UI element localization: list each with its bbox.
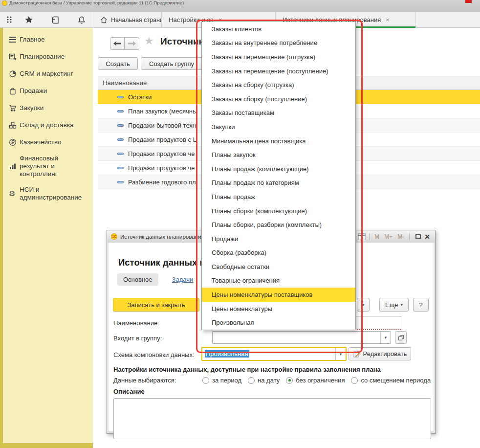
chevron-down-icon[interactable]: ▾ (335, 348, 346, 360)
app-logo-1c-icon (2, 0, 7, 6)
dropdown-item[interactable]: Продажи (202, 232, 355, 246)
history-icon[interactable] (49, 14, 62, 26)
save-and-close-button[interactable]: Записать и закрыть (113, 298, 199, 312)
item-dash-icon (117, 167, 124, 169)
dropdown-item[interactable]: Заказы на внутреннее потребление (202, 36, 355, 50)
dropdown-item[interactable]: Свободные остатки (202, 260, 355, 274)
chevron-down-icon[interactable]: ▾ (380, 332, 391, 343)
separator (409, 233, 410, 240)
separator (369, 233, 370, 240)
sidebar-item-zakupki[interactable]: Закупки (3, 99, 93, 116)
notifications-bell-icon[interactable] (75, 14, 88, 26)
dropdown-item[interactable]: Произвольная (202, 315, 355, 330)
create-group-button[interactable]: Создать группу (141, 57, 202, 70)
radio-za-period[interactable]: за период (202, 377, 241, 384)
dropdown-item[interactable]: Товарные ограничения (202, 274, 355, 288)
item-dash-icon (117, 124, 124, 127)
radio-circle (202, 377, 209, 384)
sidebar-item-label: Планирование (20, 53, 65, 61)
sidebar-item-nsi-administrirovanie[interactable]: ⚙ НСИ и администрирование (3, 182, 93, 205)
window-title: Демонстрационная база / Управление торго… (9, 0, 184, 6)
dropdown-item[interactable]: Минимальная цена поставщика (202, 134, 355, 148)
data-selection-radios: Данные выбираются: за период на дату без… (113, 377, 437, 384)
history-nav (110, 37, 139, 50)
sidebar-item-label: НСИ и администрирование (20, 186, 89, 202)
radio-bez-ogranicheniya[interactable]: без ограничения (286, 377, 345, 384)
dropdown-item[interactable]: Заказы на перемещение (отгрузка) (202, 50, 355, 64)
gear-icon: ⚙ (9, 190, 20, 198)
window-titlebar: Демонстрационная база / Управление торго… (0, 0, 480, 12)
tab-close-icon[interactable]: × (386, 16, 390, 23)
calendar-31-icon[interactable]: 31 (358, 233, 366, 241)
sidebar-item-glavnoe[interactable]: Главное (3, 31, 93, 48)
sidebar-item-finrezultat-kontrolling[interactable]: Финансовый результат и контроллинг (3, 151, 93, 182)
shopping-cart-icon (9, 104, 20, 112)
dropdown-item[interactable]: Заказы на сборку (поступление) (202, 92, 355, 106)
item-dash-icon (117, 96, 124, 98)
dropdown-item[interactable]: Заказы на сборку (отгрузка) (202, 78, 355, 92)
dropdown-item[interactable]: Планы продаж (202, 190, 355, 204)
menu-icon (9, 36, 20, 43)
sidebar-item-label: Продажи (20, 87, 47, 95)
dropdown-item-highlighted[interactable]: Цены номенклатуры поставщиков (202, 288, 355, 302)
planning-icon (9, 53, 20, 61)
calc-memory-plus-button[interactable]: M+ (384, 233, 393, 240)
sidebar-item-planirovanie[interactable]: Планирование (3, 48, 93, 65)
nav-tasks-link[interactable]: Задачи (172, 276, 194, 283)
hidden-dropdown-button[interactable]: ▾ (357, 298, 370, 312)
radio-circle-checked (286, 377, 293, 384)
sidebar-item-label: Склад и доставка (20, 121, 74, 129)
magic-wand-edit-icon (353, 350, 361, 358)
name-label: Наименование: (113, 319, 159, 327)
forward-button[interactable] (125, 37, 139, 50)
dropdown-item[interactable]: Планы продаж по категориям (202, 176, 355, 190)
calc-memory-button[interactable]: M (374, 233, 379, 240)
dropdown-item[interactable]: Сборка (разборка) (202, 246, 355, 260)
description-textarea[interactable] (113, 398, 431, 439)
dropdown-item[interactable]: Заказы поставщикам (202, 106, 355, 120)
tab-label: Начальная страница (111, 17, 161, 23)
window-close-button[interactable] (465, 0, 472, 3)
sections-sidebar: Главное Планирование CRM и маркетинг Про… (3, 28, 93, 443)
dropdown-item[interactable]: Планы сборки, разборки (комплекты) (202, 218, 355, 232)
dropdown-item[interactable]: Цены номенклатуры (202, 302, 355, 316)
maximize-icon[interactable] (415, 234, 421, 239)
ruble-circle-icon (9, 138, 20, 146)
dropdown-item[interactable]: Планы закупок (202, 148, 355, 162)
radio-na-datu[interactable]: на дату (248, 377, 280, 384)
pie-chart-icon (9, 70, 20, 78)
dialog-close-icon[interactable]: ✕ (424, 233, 430, 241)
sidebar-item-crm-marketing[interactable]: CRM и маркетинг (3, 65, 93, 82)
dropdown-item[interactable]: Заказы клиентов (202, 22, 355, 36)
sidebar-item-kaznacheystvo[interactable]: Казначейство (3, 134, 93, 151)
dropdown-item[interactable]: Планы продаж (комплектующие) (202, 162, 355, 176)
radio-so-smescheniem[interactable]: со смещением периода (351, 377, 431, 384)
group-combo[interactable]: ▾ (212, 331, 391, 344)
scheme-combo[interactable]: Произвольная ▾ (201, 347, 347, 361)
sidebar-item-label: Казначейство (20, 138, 62, 146)
radio-circle (248, 377, 255, 384)
open-group-button[interactable] (395, 331, 407, 344)
help-button[interactable]: ? (413, 298, 429, 312)
back-button[interactable] (110, 37, 125, 50)
data-selection-label: Данные выбираются: (113, 377, 202, 384)
scheme-label: Схема компоновки данных: (113, 351, 195, 358)
chevron-down-icon: ▾ (400, 302, 403, 307)
sidebar-item-label: Финансовый результат и контроллинг (20, 155, 89, 178)
sidebar-item-prodazhi[interactable]: Продажи (3, 82, 93, 99)
more-button[interactable]: Еще ▾ (379, 298, 409, 312)
item-dash-icon (117, 110, 124, 112)
favorites-star-icon[interactable] (22, 14, 35, 26)
tab-home[interactable]: Начальная страница (93, 12, 161, 28)
create-button[interactable]: Создать (98, 57, 138, 70)
favorite-star-icon[interactable]: ★ (144, 35, 154, 47)
dropdown-item[interactable]: Заказы на перемещение (поступление) (202, 64, 355, 78)
scheme-dropdown-list: Заказы клиентов Заказы на внутреннее пот… (201, 22, 356, 330)
dropdown-item[interactable]: Закупки (202, 120, 355, 134)
calc-memory-minus-button[interactable]: M- (397, 233, 404, 240)
nav-main-chip[interactable]: Основное (117, 273, 158, 286)
dropdown-item[interactable]: Планы сборки (комплектующие) (202, 204, 355, 218)
edit-scheme-button[interactable]: Редактировать (349, 347, 411, 360)
service-menu-icon[interactable] (3, 14, 16, 26)
sidebar-item-sklad-dostavka[interactable]: Склад и доставка (3, 116, 93, 134)
